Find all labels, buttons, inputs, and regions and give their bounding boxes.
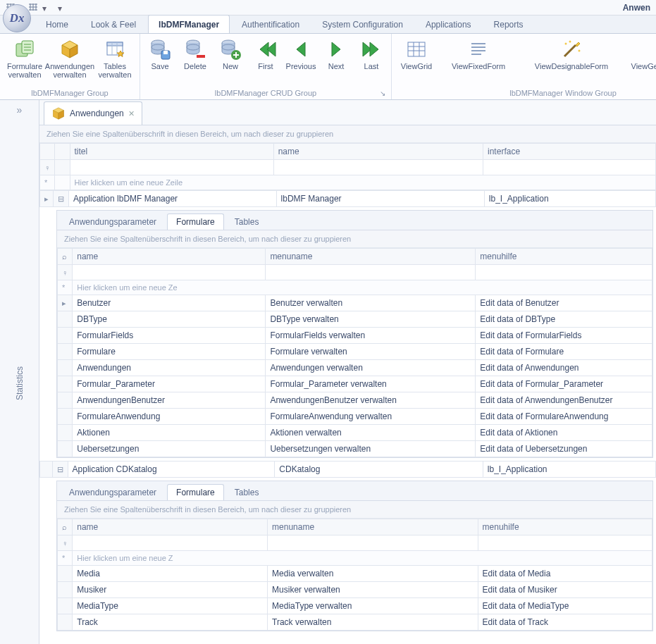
col-header[interactable]: menuhilfe xyxy=(476,249,652,265)
group-by-hint[interactable]: Ziehen Sie eine Spaltenüberschrift in di… xyxy=(57,230,652,248)
sidebar: » Statistics xyxy=(0,100,39,644)
col-header[interactable]: menuname xyxy=(266,249,476,265)
table-row[interactable]: AktionenAktionen verwaltenEdit data of A… xyxy=(58,425,652,441)
db-delete-icon xyxy=(184,38,206,61)
autofilter-indicator[interactable]: ♀ xyxy=(58,535,73,551)
table-row[interactable]: Formular_ParameterFormular_Parameter ver… xyxy=(58,376,652,392)
group-by-hint[interactable]: Ziehen Sie eine Spaltenüberschrift in di… xyxy=(39,125,656,143)
ribbon-tab-reports[interactable]: Reports xyxy=(483,15,534,33)
last-button[interactable]: Last xyxy=(354,35,388,70)
tables-verwalten-button[interactable]: Tables verwalten xyxy=(93,35,137,79)
document-tab-label: Anwendungen xyxy=(70,109,124,118)
viewdesignableform-button[interactable]: ViewDesignableForm xyxy=(519,35,624,70)
col-header[interactable]: name xyxy=(73,249,266,265)
table-row[interactable]: FormularFieldsFormularFields verwaltenEd… xyxy=(58,328,652,344)
master-row[interactable]: ⊟Application CDKatalogCDKataloglb_I_Appl… xyxy=(40,462,656,478)
search-icon[interactable]: ⌕ xyxy=(58,519,73,535)
table-row[interactable]: AnwendungenBenutzerAnwendungenBenutzer v… xyxy=(58,392,652,409)
new-row-hint[interactable]: Hier klicken um eine neue Z xyxy=(73,551,652,566)
newrow-indicator[interactable]: * xyxy=(58,280,73,295)
newrow-indicator[interactable]: * xyxy=(58,551,73,566)
table-row[interactable]: FormulareAnwendungFormulareAnwendung ver… xyxy=(58,409,652,425)
qat-grid2-icon[interactable] xyxy=(28,4,38,12)
button-label: ViewDesignableForm xyxy=(535,62,608,70)
new-row-hint[interactable]: Hier klicken um eine neue Ze xyxy=(73,280,652,295)
anwendungen-verwalten-button[interactable]: Anwendungen verwalten xyxy=(48,35,92,79)
ribbon-tabstrip: HomeLook & FeellbDMFManagerAuthentificat… xyxy=(0,16,656,34)
newrow-indicator[interactable]: * xyxy=(40,175,55,190)
table-row[interactable]: UebersetzungenUebersetzungen verwaltenEd… xyxy=(58,441,652,457)
ribbon-tab-system-configuration[interactable]: System Configuration xyxy=(311,15,414,33)
button-label: Previous xyxy=(286,62,316,70)
master-row[interactable]: ▸⊟Application lbDMF ManagerlbDMF Manager… xyxy=(40,191,656,207)
filter-cell[interactable] xyxy=(70,160,273,175)
viewfixedform-button[interactable]: ViewFixedForm xyxy=(440,35,517,70)
group-by-hint[interactable]: Ziehen Sie eine Spaltenüberschrift in di… xyxy=(57,501,652,519)
title-bar: ▾ ▾ ▾ Anwen xyxy=(0,0,656,16)
detail-tab-tables[interactable]: Tables xyxy=(225,213,268,230)
col-header[interactable]: menuhilfe xyxy=(478,519,652,535)
expand-icon[interactable]: ⊟ xyxy=(52,462,68,478)
col-header[interactable]: titel xyxy=(70,144,273,160)
viewgrid-button[interactable]: ViewGrid xyxy=(395,35,438,70)
button-label: First xyxy=(258,62,273,70)
col-header[interactable]: menuname xyxy=(268,519,478,535)
ribbon-group-0: Formulare verwaltenAnwendungen verwalten… xyxy=(0,34,140,99)
group-caption: lbDMFManager CRUD Group xyxy=(143,87,388,99)
table-row[interactable]: MusikerMusiker verwaltenEdit data of Mus… xyxy=(58,582,652,598)
svg-rect-21 xyxy=(107,42,123,46)
filter-cell[interactable] xyxy=(273,160,483,175)
ribbon-tab-look-feel[interactable]: Look & Feel xyxy=(80,15,147,33)
detail-grid[interactable]: ⌕namemenunamemenuhilfe♀*Hier klicken um … xyxy=(57,248,652,457)
ribbon-tab-authentification[interactable]: Authentification xyxy=(231,15,310,33)
new-button[interactable]: New xyxy=(213,35,247,70)
ribbon-tab-lbdmfmanager[interactable]: lbDMFManager xyxy=(148,15,230,33)
col-header[interactable]: name xyxy=(273,144,483,160)
sidebar-panel-statistics[interactable]: Statistics xyxy=(15,366,25,400)
ribbon-tab-home[interactable]: Home xyxy=(35,15,79,33)
save-button[interactable]: Save xyxy=(143,35,177,70)
group-caption: lbDMFManager Window Group xyxy=(395,87,656,99)
button-label: Next xyxy=(328,62,345,70)
expand-icon[interactable]: ⊟ xyxy=(54,191,69,207)
search-icon[interactable]: ⌕ xyxy=(58,249,73,265)
new-row-hint[interactable]: Hier klicken um eine neue Zeile xyxy=(70,175,655,190)
viewgenericdatalayoutfor-button[interactable]: ViewGenericDataLayoutFor xyxy=(626,35,656,70)
qat-customize[interactable]: ▾ xyxy=(58,4,62,13)
previous-button[interactable]: Previous xyxy=(284,35,318,70)
wand-icon xyxy=(560,38,583,61)
table-row[interactable]: TrackTrack verwaltenEdit data of Track xyxy=(58,614,652,631)
table-row[interactable]: ▸BenutzerBenutzer verwaltenEdit data of … xyxy=(58,295,652,311)
document-tab-bar: Anwendungen ✕ xyxy=(39,100,656,125)
detail-panel: AnwendungsparameterFormulareTablesZiehen… xyxy=(39,481,656,631)
detail-tab-formulare[interactable]: Formulare xyxy=(167,213,224,230)
table-row[interactable]: MediaMedia verwaltenEdit data of Media xyxy=(58,566,652,582)
app-menu-button[interactable]: Dx xyxy=(3,4,31,32)
close-icon[interactable]: ✕ xyxy=(128,109,135,118)
next-button[interactable]: Next xyxy=(319,35,353,70)
detail-tab-tables[interactable]: Tables xyxy=(225,484,268,500)
detail-tab-formulare[interactable]: Formulare xyxy=(167,484,224,500)
col-header[interactable]: interface xyxy=(483,144,656,160)
detail-grid[interactable]: ⌕namemenunamemenuhilfe♀*Hier klicken um … xyxy=(57,519,652,631)
sidebar-expand[interactable]: » xyxy=(17,104,23,116)
first-button[interactable]: First xyxy=(249,35,283,70)
table-row[interactable]: AnwendungenAnwendungen verwaltenEdit dat… xyxy=(58,360,652,376)
col-header[interactable]: name xyxy=(73,519,268,535)
qat-dropdown2[interactable]: ▾ xyxy=(42,4,47,13)
table-row[interactable]: FormulareFormulare verwaltenEdit data of… xyxy=(58,344,652,360)
autofilter-indicator[interactable]: ♀ xyxy=(58,265,73,280)
filter-cell[interactable] xyxy=(483,160,656,175)
table-row[interactable]: MediaTypeMediaType verwaltenEdit data of… xyxy=(58,598,652,614)
ribbon-tab-applications[interactable]: Applications xyxy=(415,15,482,33)
delete-button[interactable]: Delete xyxy=(178,35,212,70)
svg-line-46 xyxy=(564,45,576,56)
detail-tab-anwendungsparameter[interactable]: Anwendungsparameter xyxy=(60,484,166,500)
table-row[interactable]: DBTypeDBType verwaltenEdit data of DBTyp… xyxy=(58,311,652,328)
document-tab-anwendungen[interactable]: Anwendungen ✕ xyxy=(44,101,142,125)
formulare-verwalten-button[interactable]: Formulare verwalten xyxy=(3,35,47,79)
button-label: ViewGenericDataLayoutFor xyxy=(631,62,656,70)
detail-tab-anwendungsparameter[interactable]: Anwendungsparameter xyxy=(60,213,166,230)
autofilter-indicator[interactable]: ♀ xyxy=(40,160,55,175)
master-grid[interactable]: titelnameinterface♀*Hier klicken um eine… xyxy=(39,143,656,190)
